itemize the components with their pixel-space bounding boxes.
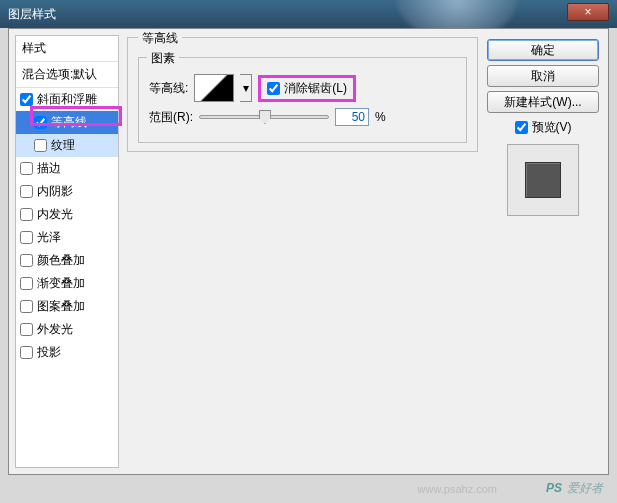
style-label: 外发光 — [37, 321, 73, 338]
style-gradient-overlay[interactable]: 渐变叠加 — [16, 272, 118, 295]
close-button[interactable]: × — [567, 3, 609, 21]
chevron-down-icon: ▾ — [243, 81, 249, 95]
watermark-brand-a: PS — [546, 481, 562, 495]
contour-label: 等高线: — [149, 80, 188, 97]
style-inner-glow-checkbox[interactable] — [20, 208, 33, 221]
style-drop-shadow[interactable]: 投影 — [16, 341, 118, 364]
preview-toggle-row: 预览(V) — [484, 119, 602, 136]
antialias-annotation: 消除锯齿(L) — [258, 75, 356, 102]
cancel-button[interactable]: 取消 — [487, 65, 599, 87]
style-color-overlay-checkbox[interactable] — [20, 254, 33, 267]
styles-list: 样式 混合选项:默认 斜面和浮雕 等高线 纹理 描边 内阴影 内发光 光泽 — [15, 35, 119, 468]
style-label: 描边 — [37, 160, 61, 177]
style-label: 光泽 — [37, 229, 61, 246]
close-icon: × — [584, 5, 591, 19]
style-satin-checkbox[interactable] — [20, 231, 33, 244]
ok-button[interactable]: 确定 — [487, 39, 599, 61]
blend-options[interactable]: 混合选项:默认 — [16, 62, 118, 88]
style-label: 渐变叠加 — [37, 275, 85, 292]
range-value-field[interactable]: 50 — [335, 108, 369, 126]
style-stroke[interactable]: 描边 — [16, 157, 118, 180]
section-title: 等高线 — [138, 30, 182, 47]
style-inner-glow[interactable]: 内发光 — [16, 203, 118, 226]
style-satin[interactable]: 光泽 — [16, 226, 118, 249]
style-drop-shadow-checkbox[interactable] — [20, 346, 33, 359]
dialog-body: 样式 混合选项:默认 斜面和浮雕 等高线 纹理 描边 内阴影 内发光 光泽 — [8, 28, 609, 475]
settings-panel: 等高线 图素 等高线: ▾ 消除锯齿(L) 范围(R): — [127, 35, 478, 468]
style-stroke-checkbox[interactable] — [20, 162, 33, 175]
range-slider-thumb[interactable] — [259, 110, 271, 124]
range-label: 范围(R): — [149, 109, 193, 126]
antialias-label: 消除锯齿(L) — [284, 80, 347, 97]
watermark-logo: PS 爱好者 — [546, 476, 603, 497]
style-label: 图案叠加 — [37, 298, 85, 315]
style-gradient-overlay-checkbox[interactable] — [20, 277, 33, 290]
style-label: 纹理 — [51, 137, 75, 154]
style-contour-checkbox[interactable] — [34, 116, 47, 129]
style-label: 内阴影 — [37, 183, 73, 200]
style-label: 颜色叠加 — [37, 252, 85, 269]
style-inner-shadow-checkbox[interactable] — [20, 185, 33, 198]
watermark-brand-b: 爱好者 — [567, 481, 603, 495]
title-bar: 图层样式 × — [0, 0, 617, 28]
style-label: 投影 — [37, 344, 61, 361]
action-panel: 确定 取消 新建样式(W)... 预览(V) — [484, 35, 602, 224]
style-outer-glow-checkbox[interactable] — [20, 323, 33, 336]
range-unit: % — [375, 110, 386, 124]
new-style-button[interactable]: 新建样式(W)... — [487, 91, 599, 113]
style-texture[interactable]: 纹理 — [16, 134, 118, 157]
preview-well — [507, 144, 579, 216]
style-pattern-overlay-checkbox[interactable] — [20, 300, 33, 313]
style-label: 斜面和浮雕 — [37, 91, 97, 108]
style-pattern-overlay[interactable]: 图案叠加 — [16, 295, 118, 318]
style-contour[interactable]: 等高线 — [16, 111, 118, 134]
preview-label: 预览(V) — [532, 119, 572, 136]
style-outer-glow[interactable]: 外发光 — [16, 318, 118, 341]
dialog-title: 图层样式 — [8, 7, 56, 21]
contour-dropdown[interactable]: ▾ — [240, 74, 252, 102]
style-inner-shadow[interactable]: 内阴影 — [16, 180, 118, 203]
range-slider[interactable] — [199, 115, 329, 119]
contour-picker[interactable] — [194, 74, 234, 102]
style-bevel-checkbox[interactable] — [20, 93, 33, 106]
style-label: 等高线 — [51, 114, 87, 131]
styles-header[interactable]: 样式 — [16, 36, 118, 62]
style-label: 内发光 — [37, 206, 73, 223]
antialias-checkbox[interactable] — [267, 82, 280, 95]
watermark-url: www.psahz.com — [418, 483, 497, 495]
style-texture-checkbox[interactable] — [34, 139, 47, 152]
style-bevel-emboss[interactable]: 斜面和浮雕 — [16, 88, 118, 111]
preview-swatch — [525, 162, 561, 198]
preview-checkbox[interactable] — [515, 121, 528, 134]
elements-group: 图素 等高线: ▾ 消除锯齿(L) 范围(R): — [138, 57, 467, 143]
elements-title: 图素 — [147, 50, 179, 67]
contour-section: 等高线 图素 等高线: ▾ 消除锯齿(L) 范围(R): — [127, 37, 478, 152]
style-color-overlay[interactable]: 颜色叠加 — [16, 249, 118, 272]
